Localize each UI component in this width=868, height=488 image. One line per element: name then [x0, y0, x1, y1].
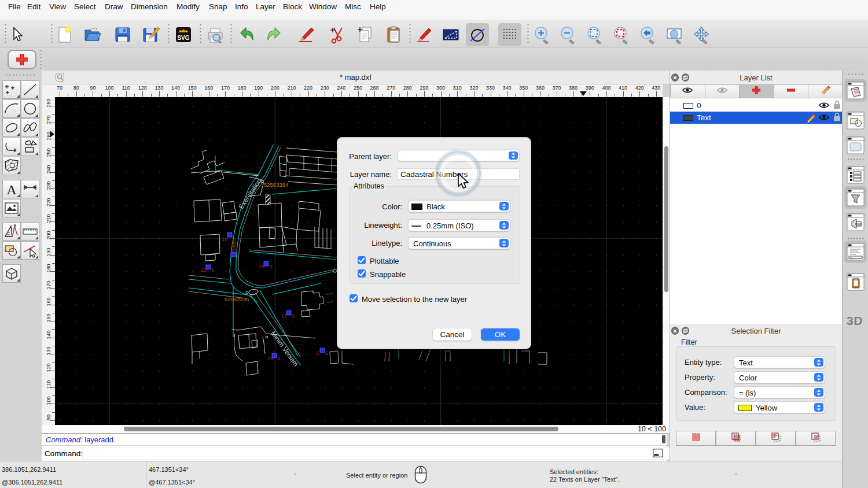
svg-text:SVG: SVG [177, 35, 189, 41]
svg-text:3: 3 [277, 356, 280, 361]
svg-text:3: 3 [292, 313, 295, 319]
svg-text:15: 15 [222, 236, 227, 242]
svg-text:21: 21 [201, 267, 207, 273]
svg-text:52563284: 52563284 [264, 182, 288, 188]
svg-text:DWG: DWG [855, 223, 862, 226]
svg-text:9: 9 [269, 264, 272, 269]
svg-text:6: 6 [211, 267, 214, 273]
svg-text:A: A [6, 182, 17, 197]
svg-text:11: 11 [281, 313, 286, 319]
svg-text:15: 15 [259, 264, 264, 269]
svg-text:5: 5 [316, 350, 319, 356]
svg-text:52562236: 52562236 [225, 296, 249, 302]
svg-text:6: 6 [325, 350, 328, 356]
